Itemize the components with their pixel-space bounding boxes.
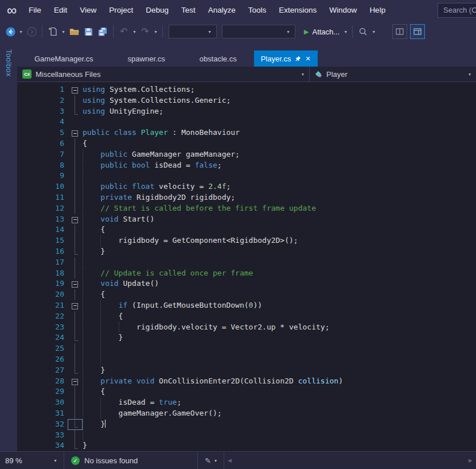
undo-button[interactable]: ↶ [117,24,131,39]
code-line[interactable]: 8 public bool isDead = false; [17,160,476,171]
save-button[interactable] [81,24,95,39]
fold-collapse-icon[interactable] [68,278,83,289]
zoom-control[interactable]: 89 % ▾ [0,452,64,469]
code-line[interactable]: 26 [17,354,476,365]
code-line[interactable]: 24 } [17,332,476,343]
new-file-dropdown[interactable]: ▾ [60,29,67,34]
solution-platforms-dropdown[interactable]: ▾ [222,25,295,38]
line-number: 31 [17,408,68,419]
line-number: 9 [17,170,68,181]
attach-button[interactable]: ▶ Attach... [298,28,342,36]
attach-dropdown[interactable]: ▾ [342,29,349,34]
code-line[interactable]: 32 } [17,419,476,430]
code-text: public GameManager gameManager; [83,149,476,160]
menu-analyze[interactable]: Analyze [202,0,242,21]
code-line[interactable]: 34} [17,440,476,451]
code-line[interactable]: 9 [17,170,476,181]
redo-button[interactable]: ↷ [138,24,152,39]
code-line[interactable]: 19 void Update() [17,278,476,289]
redo-dropdown[interactable]: ▾ [153,29,159,34]
code-line[interactable]: 31 gameManager.GameOver(); [17,408,476,419]
code-line[interactable]: 3using UnityEngine; [17,106,476,117]
fold-collapse-icon[interactable] [68,300,83,311]
menu-tools[interactable]: Tools [242,0,273,21]
code-line[interactable]: 7 public GameManager gameManager; [17,149,476,160]
code-text: public bool isDead = false; [83,160,476,171]
fold-collapse-icon[interactable] [68,376,83,387]
code-text: // Update is called once per frame [83,268,476,279]
code-line[interactable]: 27 } [17,365,476,376]
open-file-button[interactable] [67,24,81,39]
new-file-button[interactable] [46,24,60,39]
code-cleanup-button[interactable]: ✎ ▾ [198,452,224,469]
toolbar-extra-button[interactable] [392,24,407,39]
find-dropdown[interactable]: ▾ [370,29,377,34]
code-line[interactable]: 33 [17,430,476,441]
code-line[interactable]: 28 private void OnCollisionEnter2D(Colli… [17,376,476,387]
pin-icon[interactable] [295,56,301,62]
undo-dropdown[interactable]: ▾ [131,29,138,34]
code-line[interactable]: 21 if (Input.GetMouseButtonDown(0)) [17,300,476,311]
horizontal-scrollbar[interactable]: ◀ ▶ [224,452,476,469]
find-in-files-button[interactable] [356,24,370,39]
code-line[interactable]: 25 [17,343,476,354]
save-all-button[interactable] [96,24,110,39]
menu-project[interactable]: Project [103,0,139,21]
menu-extensions[interactable]: Extensions [272,0,323,21]
code-line[interactable]: 12 // Start is called before the first f… [17,203,476,214]
code-line[interactable]: 22 { [17,311,476,322]
code-line[interactable]: 10 public float velocity = 2.4f; [17,181,476,192]
code-line[interactable]: 23 rigidbody.velocity = Vector2.up * vel… [17,322,476,333]
code-line[interactable]: 2using System.Collections.Generic; [17,95,476,106]
editor-bottom-bar: 89 % ▾ ✓ No issues found ✎ ▾ ◀ ▶ [0,451,476,469]
tab-obstacle-cs[interactable]: obstacle.cs [182,51,254,67]
scroll-left-icon[interactable]: ◀ [228,458,232,463]
code-line[interactable]: 6{ [17,138,476,149]
code-line[interactable]: 14 { [17,224,476,235]
navigate-back-dropdown[interactable]: ▾ [18,29,24,34]
menu-test[interactable]: Test [175,0,202,21]
code-line[interactable]: 11 private Rigidbody2D rigidbody; [17,192,476,203]
close-icon[interactable]: ✕ [305,56,310,62]
code-line[interactable]: 13 void Start() [17,214,476,225]
member-dropdown[interactable]: Player ▾ [310,67,476,82]
navigate-back-button[interactable] [3,24,17,39]
menu-help[interactable]: Help [363,0,392,21]
search-input[interactable]: Search (Ctrl+Q) [438,3,476,18]
tab-player-cs[interactable]: Player.cs✕ [254,51,318,67]
toolbox-tab[interactable]: Toolbox [5,49,13,451]
code-line[interactable]: 4 [17,117,476,127]
tab-spawner-cs[interactable]: spawner.cs [111,51,182,67]
code-line[interactable]: 18 // Update is called once per frame [17,268,476,279]
menu-window[interactable]: Window [323,0,363,21]
code-line[interactable]: 15 rigidbody = GetComponent<Rigidbody2D>… [17,235,476,246]
code-text: private Rigidbody2D rigidbody; [83,192,476,203]
fold-collapse-icon[interactable] [68,214,83,225]
code-line[interactable]: 30 isDead = true; [17,397,476,408]
code-lines: 1using System.Collections;2using System.… [17,84,476,451]
menu-file[interactable]: File [22,0,48,21]
code-line[interactable]: 17 [17,257,476,268]
tab-gamemanager-cs[interactable]: GameManager.cs [17,51,111,67]
code-line[interactable]: 5public class Player : MonoBehaviour [17,127,476,138]
code-line[interactable]: 29 { [17,386,476,397]
code-editor[interactable]: 1using System.Collections;2using System.… [17,82,476,451]
scroll-right-icon[interactable]: ▶ [469,458,473,463]
project-dropdown[interactable]: C# Miscellaneous Files ▾ [17,67,310,82]
fold-margin [68,117,83,127]
chevron-down-icon: ▾ [469,72,471,77]
code-line[interactable]: 1using System.Collections; [17,84,476,95]
menu-debug[interactable]: Debug [139,0,175,21]
document-health-indicator[interactable]: ✓ No issues found [64,452,198,469]
navigation-bar-toggle-button[interactable] [410,24,425,39]
indent-guide [83,376,83,387]
code-line[interactable]: 16 } [17,246,476,257]
code-text: rigidbody = GetComponent<Rigidbody2D>(); [83,235,476,246]
fold-collapse-icon[interactable] [68,84,83,95]
solution-configurations-dropdown[interactable]: ▾ [169,25,217,38]
fold-collapse-icon[interactable] [68,127,83,138]
navigate-forward-button[interactable] [25,24,38,39]
menu-edit[interactable]: Edit [48,0,73,21]
menu-view[interactable]: View [73,0,103,21]
code-line[interactable]: 20 { [17,289,476,300]
